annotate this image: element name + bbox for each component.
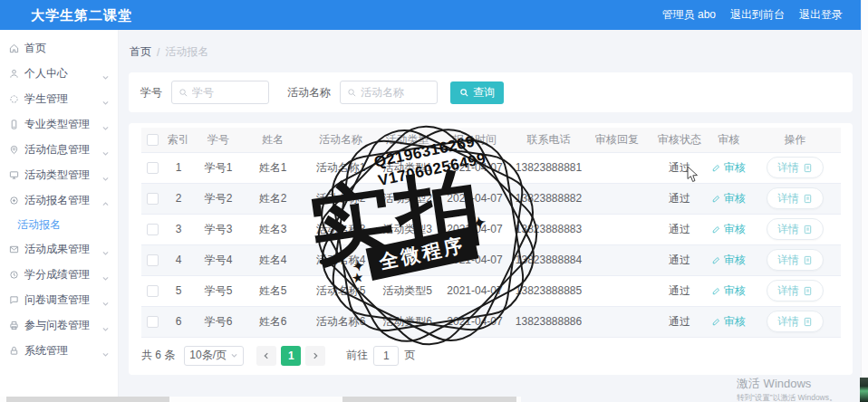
breadcrumb: 首页 / 活动报名 — [130, 44, 853, 60]
page-size-select[interactable]: 10条/页 — [184, 346, 244, 366]
student-no-input[interactable] — [192, 86, 262, 99]
topbar-actions: 管理员 abo 退出到前台 退出登录 — [662, 0, 843, 30]
chevron-down-icon — [101, 321, 110, 329]
page-number-active[interactable]: 1 — [281, 346, 301, 366]
detail-button[interactable]: 详情 — [767, 187, 824, 209]
goto-page-input[interactable] — [373, 346, 399, 366]
table-row: 5 学号5 姓名5 活动名称5 活动类型5 2021-04-07 1382388… — [141, 275, 841, 306]
credit-score-icon — [9, 270, 19, 280]
chevron-down-icon — [230, 351, 238, 359]
sidebar-item-label: 专业类型管理 — [24, 117, 90, 132]
chevron-down-icon — [101, 94, 110, 102]
document-icon — [803, 286, 813, 296]
cell-student-no: 学号1 — [194, 152, 243, 183]
sidebar-item-activity-results-mgmt[interactable]: 活动成果管理 — [0, 236, 118, 262]
sidebar-subitem-activity-signup[interactable]: 活动报名 — [0, 213, 118, 236]
detail-button[interactable]: 详情 — [767, 311, 824, 332]
sidebar-item-label: 学生管理 — [24, 91, 68, 107]
cell-reply — [583, 183, 651, 214]
detail-button[interactable]: 详情 — [767, 218, 824, 240]
activity-name-input[interactable] — [361, 86, 430, 99]
exit-to-front-link[interactable]: 退出到前台 — [730, 7, 785, 23]
audit-link[interactable]: 审核 — [712, 253, 746, 268]
chevron-down-icon — [101, 69, 110, 77]
chevron-down-icon — [101, 170, 110, 178]
top-header-bar: 大学生第二课堂 管理员 abo 退出到前台 退出登录 — [0, 0, 868, 30]
cell-name: 姓名1 — [243, 152, 303, 183]
sidebar-item-label: 系统管理 — [24, 343, 68, 359]
activity-signup-icon — [9, 196, 19, 206]
audit-link[interactable]: 审核 — [712, 191, 746, 206]
select-all-checkbox[interactable] — [147, 134, 159, 146]
cell-phone: 13823888886 — [514, 306, 583, 337]
cell-date: 2021-04-07 — [436, 306, 514, 337]
sidebar-item-major-type-mgmt[interactable]: 专业类型管理 — [0, 111, 118, 137]
sidebar-item-survey-mgmt[interactable]: 问卷调查管理 — [0, 287, 118, 312]
audit-link[interactable]: 审核 — [712, 160, 746, 176]
sidebar-item-participate-survey-mgmt[interactable]: 参与问卷管理 — [0, 312, 118, 338]
pagination-total: 共 6 条 — [141, 348, 175, 363]
row-checkbox[interactable] — [147, 254, 159, 266]
col-header-phone: 联系电话 — [514, 128, 583, 152]
row-checkbox[interactable] — [147, 285, 159, 297]
sidebar-item-activity-signup-mgmt[interactable]: 活动报名管理 — [0, 187, 118, 213]
detail-button[interactable]: 详情 — [767, 157, 824, 178]
activity-info-icon — [9, 145, 19, 155]
query-button[interactable]: 查询 — [450, 81, 504, 104]
pencil-icon — [712, 225, 721, 234]
table-panel: 索引 学号 姓名 活动名称 活动类型 报名时间 联系电话 审核回复 审核状态 审… — [129, 123, 853, 375]
admin-user-link[interactable]: 管理员 abo — [662, 7, 716, 23]
cell-status: 通过 — [651, 275, 709, 306]
cell-reply — [583, 244, 651, 275]
col-header-audit: 审核 — [709, 128, 749, 152]
audit-link[interactable]: 审核 — [712, 283, 746, 299]
prev-page-button[interactable] — [256, 346, 276, 366]
cell-status: 通过 — [651, 152, 709, 183]
table-header-row: 索引 学号 姓名 活动名称 活动类型 报名时间 联系电话 审核回复 审核状态 审… — [141, 128, 841, 152]
sidebar-item-activity-type-mgmt[interactable]: 活动类型管理 — [0, 162, 118, 187]
pencil-icon — [712, 286, 721, 295]
scrollbar-track[interactable] — [861, 0, 868, 402]
windows-activation-title: 激活 Windows — [737, 376, 837, 392]
search-icon — [347, 88, 357, 98]
detail-button[interactable]: 详情 — [767, 280, 824, 302]
cell-phone: 13823888883 — [514, 214, 583, 244]
sidebar-item-activity-info-mgmt[interactable]: 活动信息管理 — [0, 137, 118, 162]
detail-button-label: 详情 — [777, 314, 799, 330]
cell-student-no: 学号5 — [194, 275, 243, 306]
audit-link-label: 审核 — [724, 314, 746, 330]
search-panel: 学号 活动名称 查询 — [129, 72, 853, 112]
row-checkbox[interactable] — [147, 162, 159, 174]
sidebar-item-label: 活动报名管理 — [24, 193, 90, 208]
audit-link[interactable]: 审核 — [712, 314, 746, 330]
cell-activity-name: 活动名称1 — [303, 152, 379, 183]
audit-link-label: 审核 — [724, 160, 746, 176]
cell-activity-type: 活动类型2 — [379, 183, 436, 214]
screen: 大学生第二课堂 管理员 abo 退出到前台 退出登录 首页 个人中心 学生管理 … — [0, 0, 868, 402]
app-title: 大学生第二课堂 — [31, 0, 132, 30]
sidebar-item-personal-center[interactable]: 个人中心 — [0, 61, 118, 86]
col-header-index: 索引 — [163, 128, 194, 152]
pencil-icon — [712, 194, 721, 203]
sidebar-item-home[interactable]: 首页 — [0, 35, 118, 61]
row-checkbox[interactable] — [147, 316, 159, 328]
row-checkbox[interactable] — [147, 224, 159, 235]
table-row: 6 学号6 姓名6 活动名称6 活动类型6 2021-04-07 1382388… — [141, 306, 841, 337]
logout-link[interactable]: 退出登录 — [799, 7, 843, 23]
cell-phone: 13823888884 — [514, 244, 583, 275]
col-header-activity-name: 活动名称 — [303, 128, 379, 152]
row-checkbox[interactable] — [147, 193, 159, 205]
taskbar-corner-icon — [860, 378, 868, 402]
activity-name-input-wrap — [340, 81, 438, 104]
sidebar-item-system-mgmt[interactable]: 系统管理 — [0, 338, 118, 363]
chevron-right-icon — [311, 351, 320, 360]
detail-button[interactable]: 详情 — [767, 249, 824, 271]
cell-reply — [583, 306, 651, 337]
sidebar-item-credit-score-mgmt[interactable]: 学分成绩管理 — [0, 262, 118, 287]
next-page-button[interactable] — [305, 346, 325, 366]
cell-reply — [583, 214, 651, 244]
audit-link[interactable]: 审核 — [712, 222, 746, 237]
document-icon — [803, 163, 813, 173]
breadcrumb-home[interactable]: 首页 — [130, 44, 151, 60]
sidebar-item-student-mgmt[interactable]: 学生管理 — [0, 86, 118, 111]
